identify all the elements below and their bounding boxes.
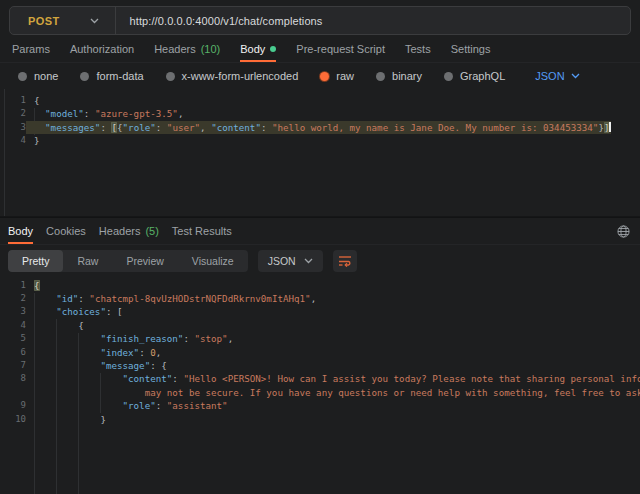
code-line[interactable]: 10 }: [0, 413, 640, 426]
url-input[interactable]: http://0.0.0.0:4000/v1/chat/completions: [116, 15, 630, 27]
radio-icon-selected: [320, 72, 329, 81]
code-text: {: [26, 279, 40, 292]
radio-icon: [18, 72, 27, 81]
line-number: 2: [0, 292, 26, 305]
radio-icon: [166, 72, 175, 81]
code-text: "choices": [: [26, 305, 123, 318]
line-number: 4: [0, 134, 26, 147]
code-line[interactable]: 1{: [0, 94, 640, 107]
radio-none[interactable]: none: [18, 70, 58, 82]
headers-count-badge: (10): [201, 43, 221, 55]
wrap-text-icon: [338, 255, 352, 267]
radio-raw[interactable]: raw: [320, 70, 354, 82]
body-type-options: none form-data x-www-form-urlencoded raw…: [0, 63, 640, 89]
body-modified-dot: [270, 46, 276, 52]
body-format-select[interactable]: JSON: [535, 70, 579, 82]
code-text: "id": "chatcmpl-8qvUzHODstrNQFDdRkrnv0mI…: [26, 292, 316, 305]
method-selector[interactable]: POST: [10, 7, 115, 34]
request-code[interactable]: 1{2 "model": "azure-gpt-3.5",3 "messages…: [0, 89, 640, 148]
response-editor[interactable]: 1{2 "id": "chatcmpl-8qvUzHODstrNQFDdRkrn…: [0, 277, 640, 494]
code-line[interactable]: 2 "id": "chatcmpl-8qvUzHODstrNQFDdRkrnv0…: [0, 292, 640, 305]
tab-body[interactable]: Body: [240, 35, 276, 62]
tab-tests[interactable]: Tests: [405, 35, 431, 62]
line-number: 10: [0, 413, 26, 426]
view-pretty[interactable]: Pretty: [8, 250, 63, 272]
chevron-down-icon: [90, 18, 99, 24]
line-number: 1: [0, 94, 26, 107]
code-line[interactable]: 3 "messages": [{"role": "user", "content…: [0, 121, 640, 134]
tab-test-results[interactable]: Test Results: [172, 218, 232, 244]
code-line[interactable]: 4}: [0, 134, 640, 147]
view-preview[interactable]: Preview: [112, 250, 177, 272]
radio-form-data[interactable]: form-data: [80, 70, 143, 82]
request-url-bar: POST http://0.0.0.0:4000/v1/chat/complet…: [9, 6, 631, 35]
view-raw[interactable]: Raw: [63, 250, 112, 272]
response-view-switcher: Pretty Raw Preview Visualize: [8, 250, 248, 272]
code-text: may not be secure. If you have any quest…: [26, 386, 640, 399]
code-text: "messages": [{"role": "user", "content":…: [26, 121, 611, 134]
line-number: 9: [0, 399, 26, 412]
response-toolbar: Pretty Raw Preview Visualize JSON: [0, 245, 640, 277]
tab-cookies[interactable]: Cookies: [46, 218, 86, 244]
code-text: "model": "azure-gpt-3.5",: [26, 107, 183, 120]
response-format-select[interactable]: JSON: [258, 250, 323, 272]
radio-icon: [444, 72, 453, 81]
response-code[interactable]: 1{2 "id": "chatcmpl-8qvUzHODstrNQFDdRkrn…: [0, 277, 640, 426]
line-number: 4: [0, 319, 26, 332]
radio-icon: [80, 72, 89, 81]
tab-headers[interactable]: Headers(10): [154, 35, 220, 62]
code-text: "finish_reason": "stop",: [26, 332, 233, 345]
request-tabs: Params Authorization Headers(10) Body Pr…: [0, 35, 640, 63]
code-line[interactable]: may not be secure. If you have any quest…: [0, 386, 640, 399]
code-line[interactable]: 9 "role": "assistant": [0, 399, 640, 412]
method-label: POST: [28, 15, 60, 27]
code-text: "role": "assistant": [26, 399, 228, 412]
wrap-text-button[interactable]: [333, 250, 357, 272]
response-tabs: Body Cookies Headers(5) Test Results: [0, 217, 640, 245]
code-text: "message": {: [26, 359, 167, 372]
code-line[interactable]: 2 "model": "azure-gpt-3.5",: [0, 107, 640, 120]
code-text: {: [26, 94, 40, 107]
line-number: 6: [0, 346, 26, 359]
text-caret: [609, 122, 611, 132]
code-text: "index": 0,: [26, 346, 161, 359]
line-number: 7: [0, 359, 26, 372]
response-headers-count-badge: (5): [145, 225, 158, 237]
chevron-down-icon: [304, 258, 313, 264]
tab-authorization[interactable]: Authorization: [70, 35, 134, 62]
postman-window: POST http://0.0.0.0:4000/v1/chat/complet…: [0, 0, 640, 494]
radio-binary[interactable]: binary: [376, 70, 422, 82]
line-number: 8: [0, 372, 26, 385]
tab-params[interactable]: Params: [12, 35, 50, 62]
code-line[interactable]: 6 "index": 0,: [0, 346, 640, 359]
code-text: }: [26, 413, 106, 426]
request-editor[interactable]: 1{2 "model": "azure-gpt-3.5",3 "messages…: [0, 89, 640, 217]
code-line[interactable]: 4 {: [0, 319, 640, 332]
code-line[interactable]: 8 "content": "Hello <PERSON>! How can I …: [0, 372, 640, 385]
code-line[interactable]: 1{: [0, 279, 640, 292]
tab-pre-request-script[interactable]: Pre-request Script: [296, 35, 385, 62]
tab-response-headers[interactable]: Headers(5): [99, 218, 159, 244]
view-visualize[interactable]: Visualize: [178, 250, 248, 272]
code-text: {: [26, 319, 84, 332]
line-number: 2: [0, 107, 26, 120]
network-globe-icon[interactable]: [617, 225, 630, 240]
code-line[interactable]: 3 "choices": [: [0, 305, 640, 318]
radio-x-www-form-urlencoded[interactable]: x-www-form-urlencoded: [166, 70, 299, 82]
chevron-down-icon: [571, 73, 580, 79]
tab-response-body[interactable]: Body: [8, 218, 33, 244]
line-number: [0, 386, 26, 399]
code-line[interactable]: 7 "message": {: [0, 359, 640, 372]
line-number: 1: [0, 279, 26, 292]
tab-settings[interactable]: Settings: [451, 35, 491, 62]
code-text: "content": "Hello <PERSON>! How can I as…: [26, 372, 640, 385]
line-number: 3: [0, 305, 26, 318]
radio-icon: [376, 72, 385, 81]
code-line[interactable]: 5 "finish_reason": "stop",: [0, 332, 640, 345]
line-number: 3: [0, 121, 26, 134]
radio-graphql[interactable]: GraphQL: [444, 70, 505, 82]
line-number: 5: [0, 332, 26, 345]
code-text: }: [26, 134, 40, 147]
